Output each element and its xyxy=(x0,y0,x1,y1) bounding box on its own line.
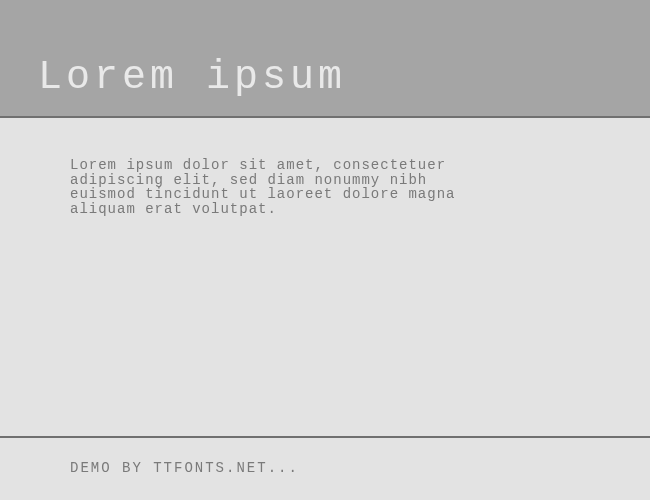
body-paragraph: Lorem ipsum dolor sit amet, consectetuer… xyxy=(70,158,490,217)
page-title: Lorem ipsum xyxy=(38,55,346,100)
footer-text: DEMO BY TTFONTS.NET... xyxy=(70,460,299,476)
content-area: Lorem ipsum dolor sit amet, consectetuer… xyxy=(0,118,650,436)
footer-bar: DEMO BY TTFONTS.NET... xyxy=(0,436,650,498)
header-bar: Lorem ipsum xyxy=(0,0,650,118)
